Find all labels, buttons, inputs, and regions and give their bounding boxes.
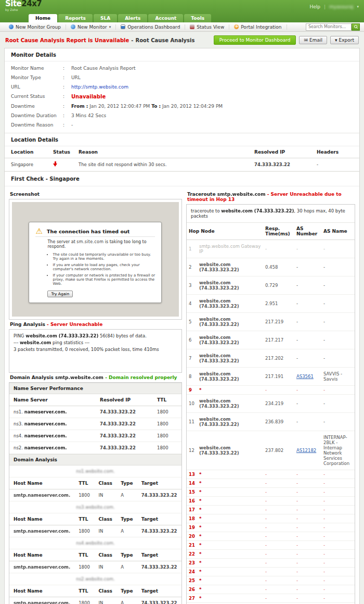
status-cell: [49, 158, 74, 171]
table-cell-hop: 5: [187, 313, 197, 331]
table-row: 13*---: [187, 470, 355, 479]
table-row: smtp.nameserver.com. 1800 IN A 74.333.32…: [9, 525, 181, 537]
page-title: Root Cause Analysis: [135, 37, 194, 43]
export-button[interactable]: ▾ Export: [330, 36, 359, 44]
table-cell-resp: -: [263, 541, 294, 550]
as-number-link[interactable]: AS12182: [296, 448, 316, 453]
table-header-row: Name Server Resolved IP TTL: [9, 394, 181, 406]
table-row: 7website.com (74.333.323.22)217.202--: [187, 349, 355, 368]
table-row: smtp.nameserver.com. 1800 IN A 74.333.32…: [9, 561, 181, 573]
new-monitor-group-button[interactable]: New Monitor Group: [4, 24, 66, 30]
table-cell-node: *: [197, 568, 263, 576]
email-button[interactable]: ✉ Email: [299, 36, 327, 44]
status-view-button[interactable]: Status View: [185, 24, 229, 30]
table-row: ns4. nameserver.com. 74.333.323.22 1800: [9, 430, 181, 442]
monitor-group-icon: [9, 24, 14, 29]
table-cell-resp: -: [263, 497, 294, 506]
table-cell-resp: -: [263, 568, 294, 576]
table-cell-asn: -: [294, 585, 321, 594]
table-cell-asname: -: [321, 413, 355, 431]
host-record-table: Host Name TTL Class Type Target smtp.nam…: [9, 549, 181, 573]
table-cell-asn: AS3561: [294, 368, 321, 386]
proceed-to-monitor-dashboard-button[interactable]: Proceed to Monitor Dashboard: [214, 35, 296, 45]
tab-tools[interactable]: Tools: [184, 14, 211, 22]
table-row: 24*---: [187, 568, 355, 576]
tab-home[interactable]: Home: [29, 14, 57, 22]
table-cell-hop: 25: [187, 576, 197, 585]
table-cell-asn: -: [294, 349, 321, 368]
search-button[interactable]: [352, 23, 360, 31]
table-row: ns3. nameserver.com. 74.333.323.22 1800: [9, 418, 181, 430]
list-item: If you are unable to load any pages, che…: [53, 263, 155, 271]
table-cell-asname: -: [321, 331, 355, 349]
portal-integration-button[interactable]: Portal Integration: [229, 24, 287, 30]
quick-toolbar: New Monitor Group New Monitor ▾ Operatio…: [0, 22, 364, 32]
new-monitor-button[interactable]: New Monitor ▾: [66, 24, 116, 30]
table-row: 18*---: [187, 514, 355, 523]
table-cell-hop: 1: [187, 240, 197, 258]
tab-alerts[interactable]: Alerts: [118, 14, 147, 22]
table-cell-node: *: [197, 523, 263, 532]
table-cell-asn: -: [294, 479, 321, 488]
table-cell-resp: 237.802: [263, 431, 294, 470]
table-cell-resp: -: [263, 386, 294, 395]
table-row: 3website.com (74.333.323.22)0.729--: [187, 276, 355, 295]
table-cell-asname: -: [321, 295, 355, 313]
table-cell-asname: -: [321, 594, 355, 603]
host-record-table: Host Name TTL Class Type Target smtp.nam…: [9, 513, 181, 537]
monitor-url-link[interactable]: http://smtp.website.com: [71, 84, 128, 90]
table-row: 8website.com (74.333.323.22)217.191AS356…: [187, 368, 355, 386]
tab-reports[interactable]: Reports: [58, 14, 93, 22]
try-again-button[interactable]: Try Again: [47, 291, 73, 297]
table-cell-hop: 26: [187, 585, 197, 594]
chevron-down-icon[interactable]: ▾: [357, 5, 359, 9]
report-panel: Monitor Details Monitor Name : Root Caus…: [4, 48, 360, 604]
table-row: 14*---: [187, 479, 355, 488]
table-cell-asname: -: [321, 559, 355, 568]
ping-output-box: PING website.com (74.333.323.22) 56(84) …: [9, 329, 182, 373]
table-cell-hop: 10: [187, 395, 197, 413]
table-cell-asname: -: [321, 576, 355, 585]
downtime-duration-row: Downtime Duration : 3 Mins 42 Secs: [5, 111, 359, 120]
status-view-icon: [190, 24, 194, 29]
table-cell-hop: 24: [187, 568, 197, 576]
as-number-link[interactable]: AS3561: [296, 374, 314, 379]
table-cell-asname: -: [321, 488, 355, 497]
traceroute-title: Traceroute smtp.website.com - Server Unr…: [186, 190, 355, 204]
table-header-row: Host Name TTL Class Type Target: [9, 477, 181, 489]
table-cell-hop: 9: [187, 386, 197, 395]
table-cell-hop: 17: [187, 506, 197, 514]
table-cell-hop: 3: [187, 276, 197, 295]
table-cell-asn: -: [294, 413, 321, 431]
table-row: 21*---: [187, 541, 355, 550]
search-input[interactable]: [306, 23, 352, 31]
table-cell-asn: -: [294, 594, 321, 603]
headers-cell: -: [313, 158, 359, 171]
table-row: smtp.nameserver.com. 1800 IN A 74.333.32…: [9, 597, 181, 604]
table-row: 26*---: [187, 585, 355, 594]
table-row: 23*---: [187, 559, 355, 568]
monitor-details: Monitor Name : Root Cause Analysis Repor…: [5, 61, 359, 133]
table-cell-node: *: [197, 541, 263, 550]
email-icon: ✉: [304, 37, 308, 43]
table-row: 16*---: [187, 497, 355, 506]
table-cell-resp: -: [263, 506, 294, 514]
header-divider: |: [324, 4, 326, 9]
table-cell-node: website.com (74.333.323.22): [197, 431, 263, 470]
operations-dashboard-button[interactable]: Operations Dashboard: [116, 24, 185, 30]
nameserver-label: ns1.website.com.: [9, 465, 181, 477]
tab-account[interactable]: Account: [148, 14, 183, 22]
user-menu[interactable]: myassuraj: [329, 4, 353, 9]
table-cell-resp: 217.202: [263, 349, 294, 368]
table-cell-node: *: [197, 585, 263, 594]
table-cell-node: *: [197, 532, 263, 541]
table-cell-resp: -: [263, 576, 294, 585]
help-link[interactable]: Help: [310, 4, 321, 9]
app-header: Site24x7 by Zoho Help | myassuraj ▾ Home…: [0, 0, 364, 22]
list-item: The site could be temporarily unavailabl…: [53, 253, 155, 261]
first-check-title: First Check - Singapore: [5, 172, 359, 186]
tab-sla[interactable]: SLA: [94, 14, 117, 22]
table-cell-asn: -: [294, 506, 321, 514]
table-cell-asn: -: [294, 559, 321, 568]
table-cell-asname: -: [321, 276, 355, 295]
